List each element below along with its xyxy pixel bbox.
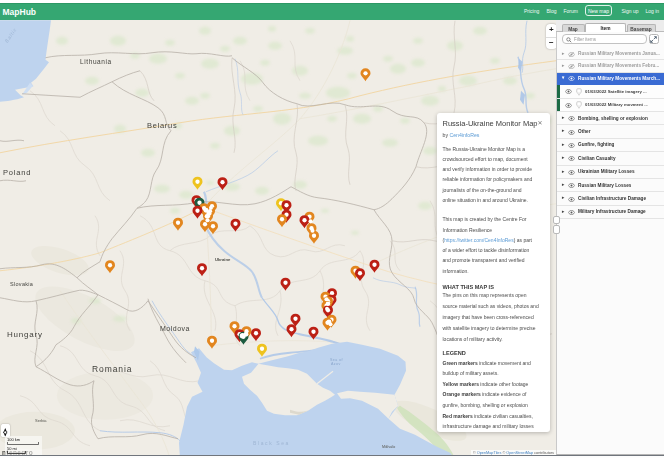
svg-text:Slovakia: Slovakia	[10, 280, 34, 286]
svg-text:Romania: Romania	[92, 363, 132, 373]
svg-text:Lithuania: Lithuania	[80, 57, 112, 64]
svg-text:Hungary: Hungary	[7, 329, 43, 338]
svg-text:Ukraine: Ukraine	[215, 256, 231, 261]
svg-text:Mikhailo: Mikhailo	[382, 444, 395, 448]
svg-text:Moldova: Moldova	[160, 324, 190, 331]
svg-text:Serbia: Serbia	[35, 417, 47, 422]
svg-text:Belarus: Belarus	[147, 120, 177, 129]
svg-text:Poland: Poland	[3, 167, 31, 176]
svg-text:Azov: Azov	[331, 362, 341, 366]
svg-text:Sea of: Sea of	[330, 357, 343, 361]
svg-text:Black Sea: Black Sea	[253, 439, 290, 445]
